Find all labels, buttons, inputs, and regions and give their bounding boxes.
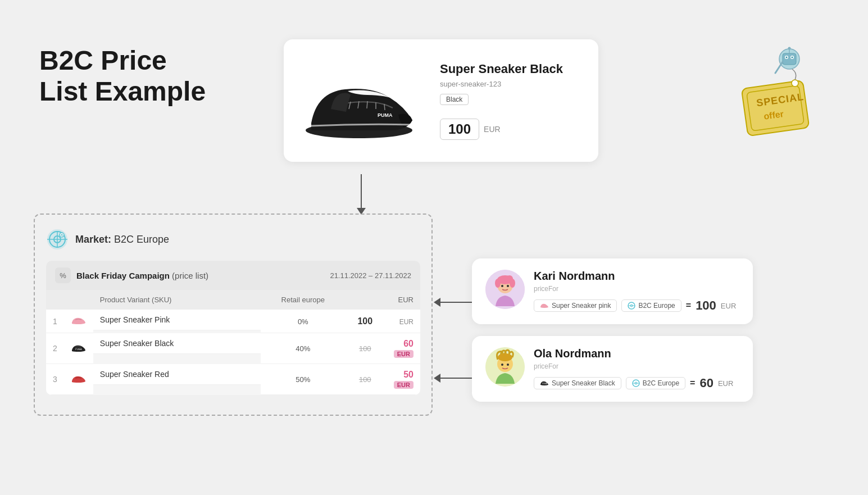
product-price: 100 [440, 119, 479, 140]
svg-point-24 [501, 285, 503, 287]
avatar-ola [485, 347, 525, 387]
svg-line-6 [384, 104, 385, 110]
row-icon-3 [64, 364, 93, 395]
row-final-3: 50 EUR [385, 364, 420, 395]
final-price-ola: 60 [699, 376, 713, 390]
currency-kari: EUR [721, 302, 736, 310]
table-header-row: Product Variant (SKU) Retail europe EUR [46, 290, 420, 310]
price-for-label-ola: priceFor [534, 362, 739, 370]
market-title: Market: B2C Europe [75, 234, 169, 246]
svg-point-25 [507, 285, 509, 287]
special-offer-badge: SPECIAL offer [733, 45, 817, 146]
customer-card-kari: Kari Nordmann priceFor Super Sneaker pin… [472, 258, 753, 324]
final-price-kari: 100 [696, 298, 716, 313]
percent-icon: % [55, 267, 71, 283]
currency-ola: EUR [718, 379, 733, 388]
price-for-row-ola: PUMA Super Sneaker Black B2C Europe = 60… [534, 376, 739, 390]
svg-line-4 [367, 101, 367, 108]
price-for-label-kari: priceFor [534, 285, 739, 293]
product-image: PUMA [297, 53, 426, 148]
customer-name-kari: Kari Nordmann [534, 270, 739, 283]
table-row: 2 PUMA Super Sneaker Black 40% 100 [46, 333, 420, 364]
row-orig-price-2: 100 [346, 333, 385, 364]
market-icon [46, 228, 69, 251]
row-num-3: 3 [46, 364, 64, 395]
product-card: PUMA Super Sneaker Black super-sneaker-1… [284, 39, 598, 162]
customer-card-ola: Ola Nordmann priceFor PUMA Super Sneaker… [472, 336, 753, 402]
product-tag-ola: PUMA Super Sneaker Black [534, 377, 621, 389]
row-orig-price-3: 100 [346, 364, 385, 395]
price-table: Product Variant (SKU) Retail europe EUR … [46, 290, 420, 395]
product-sku: super-sneaker-123 [440, 80, 585, 88]
price-list-name: Black Friday Campaign (price list) [76, 271, 208, 280]
svg-point-23 [506, 275, 513, 282]
row-num-2: 2 [46, 333, 64, 364]
price-list-dates: 21.11.2022 – 27.11.2022 [330, 271, 411, 280]
th-currency: EUR [385, 290, 420, 310]
th-num [46, 290, 64, 310]
svg-text:PUMA: PUMA [378, 112, 393, 118]
row-discount-3: 50% [261, 364, 346, 395]
price-list-header: % Black Friday Campaign (price list) 21.… [46, 261, 420, 290]
customer-info-ola: Ola Nordmann priceFor PUMA Super Sneaker… [534, 347, 739, 390]
price-list-card: % Black Friday Campaign (price list) 21.… [46, 261, 420, 395]
table-row: 3 Super Sneaker Red 50% 100 [46, 364, 420, 395]
customer-info-kari: Kari Nordmann priceFor Super Sneaker pin… [534, 270, 739, 313]
product-info: Super Sneaker Black super-sneaker-123 Bl… [440, 62, 585, 140]
svg-point-32 [501, 364, 503, 366]
svg-point-43 [792, 57, 793, 58]
row-discount-1: 0% [261, 310, 346, 333]
equals-ola: = [690, 378, 695, 388]
product-tag-kari: Super Sneaker pink [534, 299, 617, 312]
svg-text:PUMA: PUMA [542, 383, 547, 385]
product-currency: EUR [484, 125, 501, 134]
product-name: Super Sneaker Black [440, 62, 585, 76]
svg-text:PUMA: PUMA [75, 348, 82, 351]
row-final-2: 60 EUR [385, 333, 420, 364]
row-num-1: 1 [46, 310, 64, 333]
svg-rect-39 [783, 53, 796, 65]
row-currency-1: EUR [385, 310, 420, 333]
row-icon-1 [64, 310, 93, 333]
svg-point-33 [507, 364, 509, 366]
row-price-1: 100 [346, 310, 385, 333]
customer-name-ola: Ola Nordmann [534, 347, 739, 360]
product-price-row: 100 EUR [440, 119, 585, 140]
row-discount-2: 40% [261, 333, 346, 364]
main-container: B2C Price List Example [0, 0, 868, 495]
market-tag-ola: B2C Europe [626, 377, 685, 389]
svg-point-31 [498, 353, 512, 361]
th-icon [64, 290, 93, 310]
market-box: Market: B2C Europe % Black Friday Campai… [34, 214, 433, 416]
arrow-down [357, 174, 366, 215]
svg-point-42 [786, 57, 788, 58]
page-title: B2C Price List Example [39, 45, 206, 107]
row-icon-2: PUMA [64, 333, 93, 364]
th-eur [346, 290, 385, 310]
equals-kari: = [686, 301, 691, 311]
avatar-kari [485, 270, 525, 309]
row-product-1: Super Sneaker Pink [93, 310, 261, 330]
product-tag: Black [440, 94, 469, 105]
svg-point-21 [495, 279, 501, 288]
price-for-row-kari: Super Sneaker pink B2C Europe = 100 EUR [534, 298, 739, 313]
th-product: Product Variant (SKU) [93, 290, 261, 310]
svg-line-46 [775, 62, 783, 73]
svg-point-45 [788, 47, 791, 50]
market-header: Market: B2C Europe [46, 228, 420, 251]
row-product-2: Super Sneaker Black [93, 333, 261, 354]
svg-point-49 [792, 80, 798, 87]
market-tag-kari: B2C Europe [621, 299, 681, 312]
th-retail: Retail europe [261, 290, 346, 310]
table-row: 1 Super Sneaker Pink 0% 100 [46, 310, 420, 333]
row-product-3: Super Sneaker Red [93, 364, 261, 385]
